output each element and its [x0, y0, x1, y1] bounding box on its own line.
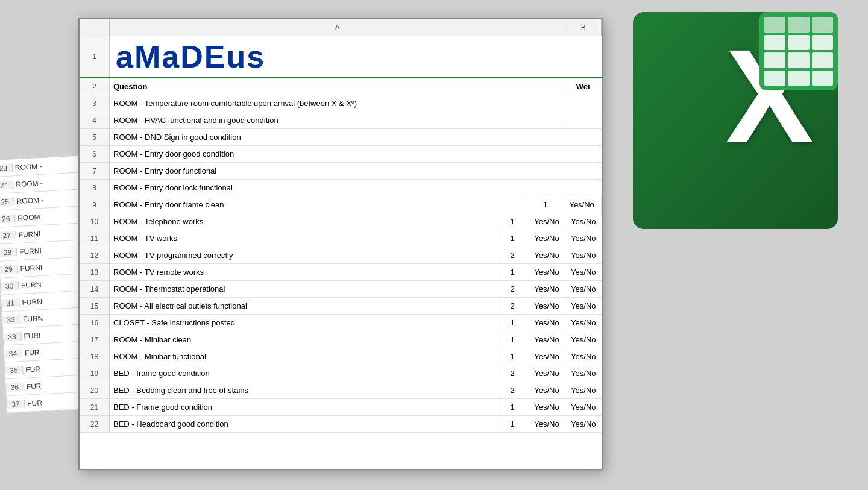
data-row[interactable]: 20 BED - Bedding clean and free of stain…: [80, 382, 602, 399]
bg-row-cell: ROOM -: [13, 178, 45, 189]
row-number: 19: [80, 365, 110, 382]
bg-row-cell: FUR: [22, 348, 42, 357]
bg-row-num: 25: [0, 197, 14, 207]
cell-yesno-1: Yes/No: [529, 331, 565, 348]
bg-row-num: 24: [0, 180, 14, 190]
data-row[interactable]: 5 ROOM - DND Sign in good condition: [80, 129, 602, 146]
cell-yesno-1: Yes/No: [529, 382, 565, 398]
cell-yesno-2: Yes/No: [565, 399, 602, 415]
data-row[interactable]: 7 ROOM - Entry door functional: [80, 163, 602, 180]
sheet-body: 1 aMaDEus 2 Question Wei 3 ROOM - Temper…: [80, 36, 602, 433]
data-row[interactable]: 3 ROOM - Temperature room comfortable up…: [80, 95, 602, 112]
cell-yesno-1: Yes/No: [529, 298, 565, 314]
data-row[interactable]: 6 ROOM - Entry door good condition: [80, 146, 602, 163]
cell-yesno-2: Yes/No: [565, 298, 602, 314]
cell-yesno-1: Yes/No: [529, 315, 565, 331]
cell-question: ROOM - DND Sign in good condition: [110, 129, 565, 145]
cell-weight: 1: [497, 399, 529, 415]
cell-weight: [565, 163, 602, 179]
cell-question: CLOSET - Safe instructions posted: [110, 315, 497, 331]
grid-cell: [764, 71, 785, 86]
grid-cell: [812, 17, 833, 33]
data-row[interactable]: 21 BED - Frame good condition 1 Yes/NoYe…: [80, 399, 602, 416]
bg-row-cell: FURNI: [17, 263, 45, 272]
cell-yesno-2: Yes/No: [565, 264, 602, 280]
bg-row-cell: FURN: [19, 280, 44, 289]
cell-yesno-1: Yes/No: [529, 416, 565, 432]
cell-weight: 1: [497, 213, 529, 230]
row-number: 7: [80, 163, 110, 179]
row-number: 5: [80, 129, 110, 145]
cell-weight: 1: [497, 348, 529, 365]
grid-cell: [764, 17, 785, 33]
data-row[interactable]: 19 BED - frame good condition 2 Yes/NoYe…: [80, 365, 602, 382]
cell-question: ROOM - TV programmed correctly: [110, 247, 497, 263]
row-number: 2: [80, 78, 110, 95]
grid-cell: [812, 71, 833, 86]
row-number: 3: [80, 95, 110, 112]
bg-row-num: 27: [0, 231, 16, 240]
cell-yesno-1: Yes/No: [562, 196, 602, 213]
cell-yesno-1: Yes/No: [529, 264, 565, 280]
bg-row-num: 31: [1, 298, 20, 308]
cell-question: Question: [110, 78, 565, 95]
cell-question: ROOM - Minibar functional: [110, 348, 497, 365]
row-number: 9: [80, 196, 110, 213]
cell-weight: [565, 146, 602, 162]
data-row[interactable]: 11 ROOM - TV works 1 Yes/NoYes/No: [80, 230, 602, 247]
data-row[interactable]: 13 ROOM - TV remote works 1 Yes/NoYes/No: [80, 264, 602, 281]
row-number: 12: [80, 247, 110, 263]
cell-weight: 1: [497, 331, 529, 348]
data-row[interactable]: 18 ROOM - Minibar functional 1 Yes/NoYes…: [80, 348, 602, 365]
excel-table-icon: [760, 12, 838, 90]
bg-row-cell: FUR: [23, 365, 43, 374]
row-number: 18: [80, 348, 110, 365]
data-row[interactable]: 9 ROOM - Entry door frame clean 1 Yes/No: [80, 196, 602, 213]
cell-question: BED - frame good condition: [110, 365, 497, 382]
row-number: 20: [80, 382, 110, 398]
cell-question: ROOM - Entry door lock functional: [110, 180, 565, 196]
row-number: 17: [80, 331, 110, 348]
cell-weight: 2: [497, 365, 529, 382]
row-number: 8: [80, 180, 110, 196]
data-row[interactable]: 12 ROOM - TV programmed correctly 2 Yes/…: [80, 247, 602, 264]
logo-row: 1 aMaDEus: [80, 36, 602, 78]
bg-row-num: 29: [0, 265, 18, 274]
cell-question: ROOM - HVAC functional and in good condi…: [110, 112, 565, 128]
data-row[interactable]: 14 ROOM - Thermostat operational 2 Yes/N…: [80, 281, 602, 298]
data-row[interactable]: 8 ROOM - Entry door lock functional: [80, 180, 602, 196]
grid-cell: [788, 35, 809, 51]
row-number: 1: [80, 36, 110, 77]
bg-row-num: 30: [1, 281, 19, 291]
col-header-a: A: [110, 19, 565, 36]
cell-yesno-1: Yes/No: [529, 399, 565, 415]
data-row[interactable]: 4 ROOM - HVAC functional and in good con…: [80, 112, 602, 129]
cell-question: BED - Frame good condition: [110, 399, 497, 415]
data-row[interactable]: 16 CLOSET - Safe instructions posted 1 Y…: [80, 315, 602, 331]
cell-question: ROOM - Entry door frame clean: [110, 196, 529, 213]
cell-yesno-1: Yes/No: [529, 230, 565, 247]
cell-yesno-1: Yes/No: [529, 365, 565, 382]
data-row[interactable]: 17 ROOM - Minibar clean 1 Yes/NoYes/No: [80, 331, 602, 348]
cell-weight: Wei: [565, 78, 602, 95]
grid-cell: [812, 52, 833, 68]
data-row[interactable]: 10 ROOM - Telephone works 1 Yes/NoYes/No: [80, 213, 602, 230]
row-number: 4: [80, 112, 110, 128]
spreadsheet: A B 1 aMaDEus 2 Question Wei 3 ROOM - Te…: [78, 18, 603, 470]
cell-yesno-1: Yes/No: [529, 247, 565, 263]
bg-row-cell: ROOM: [15, 212, 43, 222]
row-number: 22: [80, 416, 110, 432]
bg-row-cell: FURI: [21, 331, 43, 341]
cell-yesno-2: Yes/No: [565, 247, 602, 263]
cell-weight: 1: [529, 196, 563, 213]
header-row[interactable]: 2 Question Wei: [80, 78, 602, 95]
amadeus-logo: aMaDEus: [116, 39, 265, 75]
cell-yesno-2: Yes/No: [565, 382, 602, 398]
bg-row-cell: ROOM -: [12, 162, 44, 172]
cell-yesno-2: Yes/No: [565, 331, 602, 348]
data-row[interactable]: 15 ROOM - All electrical outlets functio…: [80, 298, 602, 315]
grid-cell: [788, 52, 809, 68]
cell-weight: [565, 112, 602, 128]
data-row[interactable]: 22 BED - Headboard good condition 1 Yes/…: [80, 416, 602, 433]
bg-row-cell: FURN: [20, 313, 46, 323]
